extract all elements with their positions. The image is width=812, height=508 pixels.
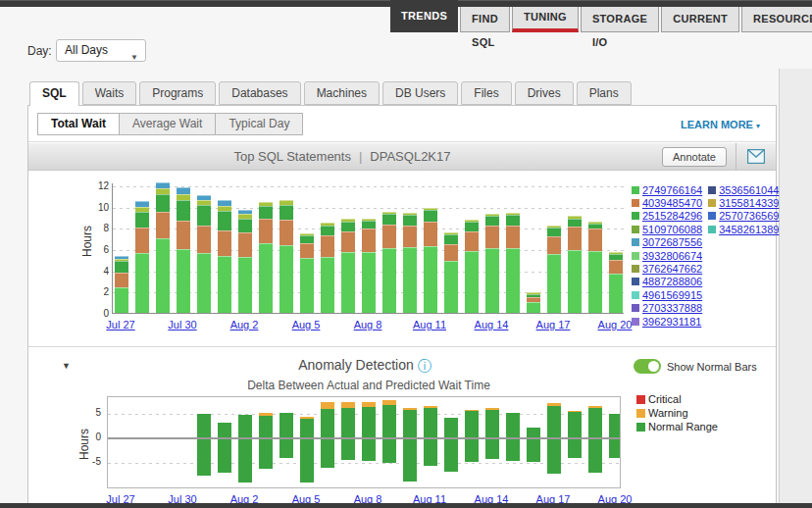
bar-segment (341, 219, 355, 222)
anomaly-legend-label: Normal Range (648, 421, 718, 432)
anomaly-bar-positive (321, 409, 334, 438)
nav-tab-trends[interactable]: TRENDS (390, 0, 458, 32)
y-axis-label: Hours (80, 212, 94, 271)
sql-statement-link[interactable]: 3536561044 (719, 184, 779, 196)
legend-item: 3962931181 (632, 315, 702, 328)
nav-tab-find-sql[interactable]: FIND SQL (460, 7, 510, 32)
legend-swatch (708, 226, 716, 233)
sql-statement-link[interactable]: 5109706088 (642, 224, 702, 235)
x-axis-date-link[interactable]: Aug 20 (598, 319, 633, 330)
bar-segment (444, 261, 458, 313)
view-toggle-total-wait[interactable]: Total Wait (37, 113, 120, 135)
bar-segment (506, 213, 520, 215)
bar-segment (588, 229, 602, 251)
toggle-knob (648, 361, 659, 372)
bar-segment (465, 220, 479, 222)
anomaly-bar-positive (465, 411, 479, 438)
section-tab-drives[interactable]: Drives (515, 81, 574, 105)
bar-segment (238, 214, 252, 218)
bar-segment (547, 228, 561, 236)
x-axis-date-link[interactable]: Aug 8 (354, 319, 382, 330)
bar-segment (465, 251, 479, 313)
sql-statement-link[interactable]: 2703337888 (642, 302, 702, 314)
legend-swatch (632, 186, 639, 194)
x-axis-date-link[interactable]: Jul 30 (168, 319, 196, 330)
bar-segment (382, 248, 396, 313)
annotate-button[interactable]: Annotate (662, 147, 727, 167)
section-tab-databases[interactable]: Databases (219, 81, 300, 105)
bar-segment (279, 245, 293, 313)
sql-statement-link[interactable]: 4887288806 (642, 276, 702, 287)
section-tab-machines[interactable]: Machines (304, 81, 380, 105)
view-toggle-average-wait[interactable]: Average Wait (119, 113, 216, 135)
anomaly-bar-negative (341, 438, 355, 460)
sql-statement-link[interactable]: 3155814339 (719, 197, 779, 209)
bar-segment (527, 292, 540, 293)
day-select-value: All Days (65, 43, 108, 57)
x-axis-date-link[interactable]: Aug 14 (475, 319, 509, 330)
bar-segment (609, 254, 623, 259)
x-axis-date-link[interactable]: Aug 11 (413, 319, 446, 330)
nav-tab-current[interactable]: CURRENT (661, 7, 739, 32)
x-axis-date-link[interactable]: Aug 2 (230, 319, 259, 330)
show-normal-bars-toggle[interactable] (634, 359, 661, 374)
bar-segment (444, 232, 458, 234)
sql-statement-link[interactable]: 2515284296 (642, 210, 702, 222)
anomaly-legend-item: Warning (636, 406, 718, 420)
sql-statement-link[interactable]: 4961569915 (642, 289, 702, 301)
sql-statement-link[interactable]: 3458261389 (719, 224, 779, 235)
section-tab-programs[interactable]: Programs (139, 81, 216, 105)
bar-segment (177, 249, 190, 313)
sql-statement-link[interactable]: 3762647662 (642, 263, 702, 275)
sql-statement-link[interactable]: 3932806674 (642, 250, 702, 262)
x-axis-date-link[interactable]: Aug 17 (536, 319, 571, 330)
bar-segment (403, 247, 417, 313)
day-select[interactable]: All Days ▼ (56, 39, 146, 62)
bar-segment (609, 260, 623, 274)
bar-segment (341, 222, 355, 231)
legend-swatch (636, 395, 645, 404)
bar-segment (362, 221, 376, 229)
legend-swatch (632, 212, 639, 220)
bar-segment (238, 232, 252, 257)
nav-tab-tuning[interactable]: TUNING (512, 7, 579, 32)
x-axis-date-link[interactable]: Jul 27 (106, 319, 134, 330)
anomaly-bar-negative (424, 438, 437, 466)
legend-item: 2515284296 (632, 210, 702, 223)
legend-item: 2749766164 (632, 183, 702, 196)
view-toggle-typical-day[interactable]: Typical Day (215, 113, 303, 135)
info-icon[interactable]: ⓘ (418, 358, 431, 376)
section-tab-waits[interactable]: Waits (82, 81, 137, 105)
bar-segment (279, 220, 293, 245)
section-tab-db-users[interactable]: DB Users (382, 81, 458, 105)
learn-more-link[interactable]: LEARN MORE ▾ (681, 119, 760, 130)
nav-tab-storage-i-o[interactable]: STORAGE I/O (581, 7, 659, 32)
bar-segment (341, 231, 355, 253)
section-tab-plans[interactable]: Plans (577, 81, 632, 105)
legend-swatch (636, 423, 645, 432)
sql-statement-link[interactable]: 2749766164 (642, 184, 702, 196)
bar-segment (238, 210, 252, 214)
legend-item: 3458261389 (708, 223, 779, 235)
section-tab-sql[interactable]: SQL (29, 81, 79, 106)
sql-statement-link[interactable]: 2570736569 (719, 210, 779, 222)
bar-segment (321, 235, 334, 257)
anomaly-bar-positive (568, 412, 582, 438)
zero-axis-line (108, 437, 620, 439)
bar-segment (259, 206, 273, 219)
y-tick-label: 0 (87, 308, 109, 319)
email-icon[interactable] (747, 149, 765, 168)
nav-tab-resources[interactable]: RESOURCES (741, 7, 812, 32)
x-axis-date-link[interactable]: Aug 5 (292, 319, 321, 330)
legend-item: 3072687556 (632, 236, 702, 249)
bar-segment (115, 261, 128, 273)
sql-statement-link[interactable]: 3072687556 (642, 236, 702, 248)
y-tick-label: 2 (87, 286, 109, 297)
bar-segment (485, 214, 499, 216)
sql-statement-link[interactable]: 3962931181 (642, 316, 701, 328)
legend-swatch (632, 252, 639, 260)
bottom-nav-strip (0, 503, 812, 508)
section-tab-files[interactable]: Files (461, 81, 511, 105)
sql-statement-link[interactable]: 4039485470 (642, 197, 702, 209)
sql-statement-legend: 2749766164403948547025152842965109706088… (632, 183, 779, 328)
